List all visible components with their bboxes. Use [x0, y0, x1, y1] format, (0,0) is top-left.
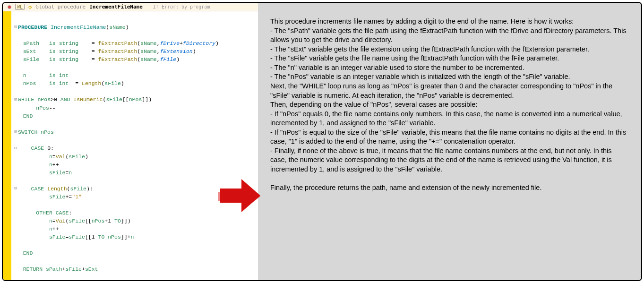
desc-intro: This procedure increments file names by …	[270, 17, 629, 26]
tab-prefix: Global procedure	[35, 4, 86, 10]
desc-bullet: - The "n" variable is an integer variabl…	[270, 63, 629, 73]
gutter	[3, 11, 11, 280]
gear-icon: ⚙	[28, 4, 32, 10]
desc-bullet: - The "nPos" variable is an integer vari…	[270, 72, 629, 82]
editor-tab-bar: WL ⚙ Global procedure IncrementFileName …	[3, 3, 258, 11]
error-mode-label: If Error: by program	[153, 4, 210, 9]
code-area[interactable]: ⊟PROCEDURE IncrementFileName(sName) sPat…	[3, 11, 258, 280]
code-editor-panel: WL ⚙ Global procedure IncrementFileName …	[3, 3, 258, 280]
main-frame: WL ⚙ Global procedure IncrementFileName …	[2, 2, 642, 281]
desc-case: - If "nPos" is equal to the size of the …	[270, 128, 629, 146]
desc-while: Next, the "WHILE" loop runs as long as "…	[270, 82, 629, 100]
tab-procedure-name: IncrementFileName	[89, 4, 143, 10]
arrow-icon	[215, 178, 263, 217]
code-content: ⊟PROCEDURE IncrementFileName(sName) sPat…	[13, 15, 258, 280]
desc-bullet: - The "sPath" variable gets the file pat…	[270, 26, 629, 45]
description-panel: This procedure increments file names by …	[258, 3, 641, 280]
desc-case: - Finally, if none of the above is true,…	[270, 146, 629, 174]
desc-switch: Then, depending on the value of "nPos", …	[270, 100, 629, 110]
desc-bullet: - The "sExt" variable gets the file exte…	[270, 45, 629, 54]
wl-badge: WL	[15, 4, 25, 10]
record-dot-icon	[8, 5, 11, 9]
desc-return: Finally, the procedure returns the path,…	[270, 183, 629, 193]
desc-bullet: - The "sFile" variable gets the file nam…	[270, 54, 629, 63]
desc-case: - If "nPos" equals 0, the file name cont…	[270, 110, 629, 128]
